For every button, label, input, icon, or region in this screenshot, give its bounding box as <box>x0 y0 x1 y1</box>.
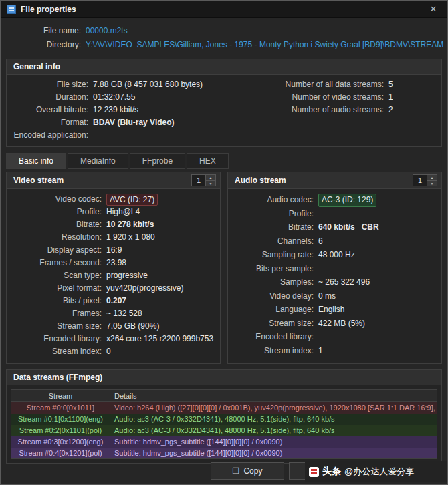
property-label: Language: <box>228 303 314 317</box>
file-info-section: File name: 00000.m2ts Directory: Y:\AV\V… <box>1 18 447 53</box>
property-label: Number of all data streams: <box>255 78 384 91</box>
property-value: 16:9 <box>106 244 122 257</box>
property-row: Sampling rate: 48 000 Hz <box>228 248 441 262</box>
property-row: Number of all data streams: 5 <box>255 78 441 91</box>
stream-row-subtitle[interactable]: Stream #0:3[0x1200](eng) Subtitle: hdmv_… <box>11 436 437 448</box>
property-label: Stream size: <box>7 320 102 333</box>
property-label: Profile: <box>7 206 102 218</box>
property-row: Overall bitrate: 12 239 kbit/s <box>7 104 255 116</box>
audio-stream-number-spinner[interactable]: 1 ▲ ▼ <box>413 174 437 186</box>
property-row: Language: English <box>228 303 441 317</box>
spinner-up-icon[interactable]: ▲ <box>427 175 437 181</box>
property-row: Samples: ~ 265 322 496 <box>228 275 441 289</box>
property-label: Channels: <box>228 234 314 249</box>
property-row: Bits / pixel: 0.207 <box>7 295 220 307</box>
property-row: Video codec: AVC (ID: 27) <box>7 193 220 206</box>
spinner-up-icon[interactable]: ▲ <box>206 175 215 181</box>
property-row: Bitrate: 10 278 kbit/s <box>7 218 220 231</box>
property-label: Overall bitrate: <box>7 104 88 116</box>
close-icon[interactable]: ✕ <box>425 4 441 14</box>
property-value: 0.207 <box>106 295 126 307</box>
property-row: Video delay: 0 ms <box>228 289 441 303</box>
audio-stream-header: Audio stream 1 ▲ ▼ <box>228 172 441 189</box>
property-label: Encoded library: <box>228 330 314 344</box>
property-row: Encoded library: <box>228 330 441 344</box>
property-label: Sampling rate: <box>228 248 314 262</box>
general-info-body: File size: 7.88 GB (8 457 031 680 bytes)… <box>7 75 441 146</box>
property-label: Bits / pixel: <box>7 295 102 307</box>
copy-button[interactable]: ❐ Copy <box>211 462 284 480</box>
property-value: x264 core 125 r2200 999b753 <box>106 333 213 345</box>
property-value: High@L4 <box>106 206 140 218</box>
property-row: Stream index: 1 <box>228 344 441 358</box>
property-row: Duration: 01:32:07.55 <box>7 91 255 104</box>
property-value: 1 920 x 1 080 <box>106 231 155 244</box>
window-title: File properties <box>21 5 76 14</box>
property-row: Bitrate: 640 kbit/s CBR <box>228 220 441 234</box>
audio-stream-panel: Audio stream 1 ▲ ▼ Audio codec: AC-3 (ID… <box>227 172 442 364</box>
toutiao-logo-icon <box>309 467 319 477</box>
property-label: Profile: <box>228 207 314 221</box>
property-row: Scan type: progressive <box>7 269 220 282</box>
property-label: Audio codec: <box>228 193 314 207</box>
directory-row: Directory: Y:\AV\VIDEO_SAMPLES\Gilliam, … <box>6 38 442 52</box>
property-row: Number of audio streams: 2 <box>255 104 441 116</box>
property-value: 10 278 kbit/s <box>106 218 154 231</box>
property-row: File size: 7.88 GB (8 457 031 680 bytes) <box>7 78 255 91</box>
property-label: Stream index: <box>7 345 102 358</box>
property-row: Profile: High@L4 <box>7 206 220 218</box>
file-name-label: File name: <box>6 24 81 38</box>
stream-row-audio[interactable]: Stream #0:2[0x1101](pol) Audio: ac3 (AC-… <box>11 425 437 436</box>
tab-mediainfo[interactable]: MediaInfo <box>68 153 128 169</box>
property-label: File size: <box>7 78 88 91</box>
spinner-down-icon[interactable]: ▼ <box>206 181 215 186</box>
stream-row-video[interactable]: Stream #0:0[0x1011] Video: h264 (High) (… <box>11 402 437 414</box>
video-stream-header: Video stream 1 ▲ ▼ <box>7 172 220 189</box>
language-link[interactable]: English <box>318 303 344 317</box>
spinner-buttons: ▲ ▼ <box>205 175 215 186</box>
general-info-group: General info File size: 7.88 GB (8 457 0… <box>6 59 442 147</box>
property-label: Duration: <box>7 91 88 104</box>
property-label: Number of video streams: <box>255 91 384 104</box>
audio-stream-title: Audio stream <box>235 176 286 185</box>
property-row: Number of video streams: 1 <box>255 91 441 104</box>
property-value: ~ 132 528 <box>106 307 142 320</box>
property-value: 1 <box>318 344 323 358</box>
stream-id: Stream #0:4[0x1201](pol) <box>11 448 110 459</box>
property-value: 640 kbit/s <box>318 220 355 234</box>
watermark-handle: @办公达人爱分享 <box>344 466 414 478</box>
property-value: 2 <box>388 104 393 116</box>
property-label: Bitrate: <box>7 218 102 231</box>
spinner-down-icon[interactable]: ▼ <box>427 181 437 186</box>
watermark-brand: 头条 <box>322 466 341 478</box>
stream-id: Stream #0:2[0x1101](pol) <box>11 425 110 436</box>
property-label: Scan type: <box>7 269 102 282</box>
video-stream-number-spinner[interactable]: 1 ▲ ▼ <box>191 174 216 186</box>
property-value: 5 <box>388 78 393 91</box>
tab-ffprobe[interactable]: FFprobe <box>130 153 185 169</box>
audio-codec-badge: AC-3 (ID: 129) <box>318 194 376 207</box>
property-value: ~ 265 322 496 <box>318 275 370 289</box>
tab-basic-info[interactable]: Basic info <box>6 153 66 169</box>
property-row: Audio codec: AC-3 (ID: 129) <box>228 193 441 207</box>
property-row: Format: BDAV (Blu-ray Video) <box>7 116 255 129</box>
stream-details: Subtitle: hdmv_pgs_subtitle ([144][0][0]… <box>110 448 437 459</box>
property-value: BDAV (Blu-ray Video) <box>93 116 175 129</box>
property-value: progressive <box>106 269 148 282</box>
tab-hex[interactable]: HEX <box>187 153 229 169</box>
stream-panels: Video stream 1 ▲ ▼ Video codec: AVC (ID:… <box>6 172 442 364</box>
stream-row-audio[interactable]: Stream #0:1[0x1100](eng) Audio: ac3 (AC-… <box>11 414 437 425</box>
general-info-header: General info <box>7 59 441 75</box>
property-value: 48 000 Hz <box>318 248 355 262</box>
stream-details: Audio: ac3 (AC-3 / 0x332D4341), 48000 Hz… <box>110 425 437 436</box>
video-stream-panel: Video stream 1 ▲ ▼ Video codec: AVC (ID:… <box>6 172 221 364</box>
file-name-link[interactable]: 00000.m2ts <box>86 24 128 38</box>
video-stream-title: Video stream <box>13 176 64 185</box>
directory-link[interactable]: Y:\AV\VIDEO_SAMPLES\Gilliam, Jones - 197… <box>86 38 443 52</box>
property-value: 12 239 kbit/s <box>93 104 138 116</box>
property-row: Bits per sample: <box>228 262 441 276</box>
property-row: Stream size: 7.05 GB (90%) <box>7 320 220 333</box>
property-label: Samples: <box>228 275 314 289</box>
stream-row-subtitle[interactable]: Stream #0:4[0x1201](pol) Subtitle: hdmv_… <box>11 448 437 459</box>
stream-id: Stream #0:3[0x1200](eng) <box>11 436 110 448</box>
